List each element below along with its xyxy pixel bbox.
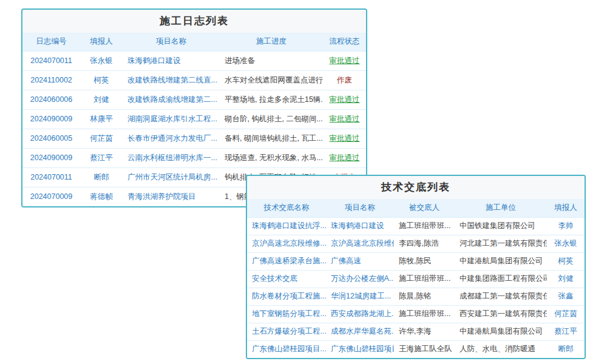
disclosure-unit-cell: 成都建工第一建筑有限责任公司 bbox=[455, 288, 547, 305]
log-progress-cell: 现场巡查, 无积水现象, 水马... bbox=[220, 148, 323, 167]
disclosure-column-header: 被交底人 bbox=[394, 199, 455, 217]
disclosure-name-link[interactable]: 京沪高速北京段维修... bbox=[247, 235, 326, 252]
log-status-link[interactable]: 审批通过 bbox=[323, 129, 366, 148]
disclosure_panel-header-row: 技术交底名称项目名称被交底人施工单位填报人 bbox=[247, 199, 585, 217]
disclosure-unit-cell: 中国铁建集团有限公司 bbox=[455, 217, 547, 235]
log-reporter-cell: 张永银 bbox=[80, 51, 123, 70]
log-id-cell: 2024070011 bbox=[22, 51, 80, 70]
log-status-link[interactable]: 审批通过 bbox=[323, 148, 366, 167]
disclosure-project-link[interactable]: 成都水岸华庭名苑... bbox=[326, 323, 394, 340]
disclosure-column-header: 填报人 bbox=[547, 199, 585, 217]
disclosure-reporter-cell: 柯英 bbox=[547, 252, 585, 270]
technical-disclosure-title: 技术交底列表 bbox=[247, 176, 585, 199]
disclosure-reporter-cell: 张永银 bbox=[547, 235, 585, 252]
disclosure-project-link[interactable]: 珠海鹤港口建设 bbox=[326, 217, 394, 235]
disclosure-unit-cell: 人防、水电、消防暖通 bbox=[455, 340, 547, 358]
log-reporter-cell: 蒋德帧 bbox=[80, 187, 123, 206]
disclosure-project-link[interactable]: 华润12城房建工... bbox=[326, 288, 394, 305]
disclosure-person-cell: 施工班组带班... bbox=[394, 217, 455, 235]
technical-disclosure-table: 技术交底名称项目名称被交底人施工单位填报人 珠海鹤港口建设抗浮...珠海鹤港口建… bbox=[247, 199, 585, 358]
log-column-header: 日志编号 bbox=[22, 33, 80, 51]
log-project-link[interactable]: 云南水利枢纽潜明水库一... bbox=[123, 148, 220, 167]
log-project-link[interactable]: 广州市天河区统计局机房... bbox=[123, 167, 220, 187]
log-column-header: 项目名称 bbox=[123, 33, 220, 51]
log-id-cell: 2024090009 bbox=[22, 109, 80, 129]
table-row: 广东佛山碧桂园项目...广东佛山碧桂园项目王海施工队全队人防、水电、消防暖通断郎 bbox=[247, 340, 585, 358]
log-project-link[interactable]: 长春市伊通河水力发电厂... bbox=[123, 129, 220, 148]
log-column-header: 填报人 bbox=[80, 33, 123, 51]
log-column-header: 流程状态 bbox=[323, 33, 366, 51]
disclosure-person-cell: 王海施工队全队 bbox=[394, 340, 455, 358]
disclosure-name-link[interactable]: 广佛高速桥梁承台施... bbox=[247, 252, 326, 270]
disclosure-reporter-cell: 断郎 bbox=[547, 340, 585, 358]
technical-disclosure-panel: 技术交底列表 技术交底名称项目名称被交底人施工单位填报人 珠海鹤港口建设抗浮..… bbox=[246, 175, 586, 359]
disclosure-person-cell: 施工班组带班... bbox=[394, 305, 455, 323]
table-row: 珠海鹤港口建设抗浮...珠海鹤港口建设施工班组带班...中国铁建集团有限公司李帅 bbox=[247, 217, 585, 235]
disclosure-name-link[interactable]: 土石方爆破分项工程... bbox=[247, 323, 326, 340]
table-row: 2024070011张永银珠海鹤港口建设进场准备审批通过 bbox=[22, 51, 366, 70]
disclosure-unit-cell: 中建港航局集团有限公司 bbox=[455, 323, 547, 340]
disclosure-person-cell: 李四海,陈浩 bbox=[394, 235, 455, 252]
log-reporter-cell: 柯英 bbox=[80, 70, 123, 90]
disclosure-person-cell: 陈牧,陈民 bbox=[394, 252, 455, 270]
log-id-cell: 2024070009 bbox=[22, 187, 80, 206]
log-reporter-cell: 断郎 bbox=[80, 167, 123, 187]
disclosure-unit-cell: 中建集团路面工程有限公司 bbox=[455, 270, 547, 288]
disclosure-person-cell: 许华,李海 bbox=[394, 323, 455, 340]
disclosure-person-cell: 陈晨,陈铭 bbox=[394, 288, 455, 305]
disclosure_panel-body: 珠海鹤港口建设抗浮...珠海鹤港口建设施工班组带班...中国铁建集团有限公司李帅… bbox=[247, 217, 585, 358]
table-row: 2024060005何芷茵长春市伊通河水力发电厂...备料, 砌间墙钩机排土, … bbox=[22, 129, 366, 148]
disclosure-name-link[interactable]: 防水卷材分项工程施... bbox=[247, 288, 326, 305]
log-project-link[interactable]: 改建铁路成渝线增建第二... bbox=[123, 90, 220, 109]
log-reporter-cell: 林康平 bbox=[80, 109, 123, 129]
log-id-cell: 2024110002 bbox=[22, 70, 80, 90]
table-row: 安全技术交底万达办公楼左侧A...施工班组带班...中建集团路面工程有限公司刘健 bbox=[247, 270, 585, 288]
disclosure-name-link[interactable]: 地下室钢筋分项工程... bbox=[247, 305, 326, 323]
disclosure-project-link[interactable]: 京沪高速北京段维修 bbox=[326, 235, 394, 252]
log-progress-cell: 水车对全线遮阳网覆盖点进行... bbox=[220, 70, 323, 90]
table-row: 地下室钢筋分项工程...西安成都路龙湖上...施工班组带班...西安建工第一建筑… bbox=[247, 305, 585, 323]
disclosure-project-link[interactable]: 西安成都路龙湖上... bbox=[326, 305, 394, 323]
table-row: 京沪高速北京段维修...京沪高速北京段维修李四海,陈浩河北建工第一建筑有限责任公… bbox=[247, 235, 585, 252]
log-project-link[interactable]: 珠海鹤港口建设 bbox=[123, 51, 220, 70]
disclosure-project-link[interactable]: 万达办公楼左侧A... bbox=[326, 270, 394, 288]
disclosure-reporter-cell: 何芷茵 bbox=[547, 305, 585, 323]
disclosure-unit-cell: 西安建工第一建筑有限责任公司 bbox=[455, 305, 547, 323]
log-id-cell: 2024060005 bbox=[22, 129, 80, 148]
construction-log-title: 施工日志列表 bbox=[22, 10, 366, 33]
log-status-link[interactable]: 审批通过 bbox=[323, 109, 366, 129]
table-row: 2024060006刘健改建铁路成渝线增建第二...平整场地, 拉走多余泥土15… bbox=[22, 90, 366, 109]
table-row: 2024110002柯英改建铁路线增建第二线直...水车对全线遮阳网覆盖点进行.… bbox=[22, 70, 366, 90]
disclosure-reporter-cell: 刘健 bbox=[547, 270, 585, 288]
table-row: 广佛高速桥梁承台施...广佛高速陈牧,陈民中建港航局集团有限公司柯英 bbox=[247, 252, 585, 270]
log-reporter-cell: 何芷茵 bbox=[80, 129, 123, 148]
log-project-link[interactable]: 湖南洞庭湖水库引水工程... bbox=[123, 109, 220, 129]
table-row: 防水卷材分项工程施...华润12城房建工...陈晨,陈铭成都建工第一建筑有限责任… bbox=[247, 288, 585, 305]
log-progress-cell: 砌台阶, 钩机排土, 二包砌间... bbox=[220, 109, 323, 129]
log-reporter-cell: 蔡江平 bbox=[80, 148, 123, 167]
log-progress-cell: 备料, 砌间墙钩机排土, 瓦工... bbox=[220, 129, 323, 148]
log_panel-header-row: 日志编号填报人项目名称施工进度流程状态 bbox=[22, 33, 366, 51]
log-column-header: 施工进度 bbox=[220, 33, 323, 51]
disclosure-project-link[interactable]: 广佛高速 bbox=[326, 252, 394, 270]
log-id-cell: 2024090009 bbox=[22, 148, 80, 167]
disclosure-name-link[interactable]: 广东佛山碧桂园项目... bbox=[247, 340, 326, 358]
disclosure-unit-cell: 河北建工第一建筑有限责任公司 bbox=[455, 235, 547, 252]
table-row: 2024090009蔡江平云南水利枢纽潜明水库一...现场巡查, 无积水现象, … bbox=[22, 148, 366, 167]
table-row: 土石方爆破分项工程...成都水岸华庭名苑...许华,李海中建港航局集团有限公司蔡… bbox=[247, 323, 585, 340]
disclosure-reporter-cell: 张鑫 bbox=[547, 288, 585, 305]
log-project-link[interactable]: 改建铁路线增建第二线直... bbox=[123, 70, 220, 90]
log-id-cell: 2024070011 bbox=[22, 167, 80, 187]
disclosure-reporter-cell: 蔡江平 bbox=[547, 323, 585, 340]
log-status-link[interactable]: 作废 bbox=[323, 70, 366, 90]
log-status-link[interactable]: 审批通过 bbox=[323, 51, 366, 70]
disclosure-reporter-cell: 李帅 bbox=[547, 217, 585, 235]
disclosure-unit-cell: 中建港航局集团有限公司 bbox=[455, 252, 547, 270]
log-project-link[interactable]: 青海洪湖养护院项目 bbox=[123, 187, 220, 206]
disclosure-column-header: 项目名称 bbox=[326, 199, 394, 217]
disclosure-name-link[interactable]: 安全技术交底 bbox=[247, 270, 326, 288]
log-status-link[interactable]: 审批通过 bbox=[323, 90, 366, 109]
disclosure-column-header: 施工单位 bbox=[455, 199, 547, 217]
disclosure-name-link[interactable]: 珠海鹤港口建设抗浮... bbox=[247, 217, 326, 235]
disclosure-project-link[interactable]: 广东佛山碧桂园项目 bbox=[326, 340, 394, 358]
